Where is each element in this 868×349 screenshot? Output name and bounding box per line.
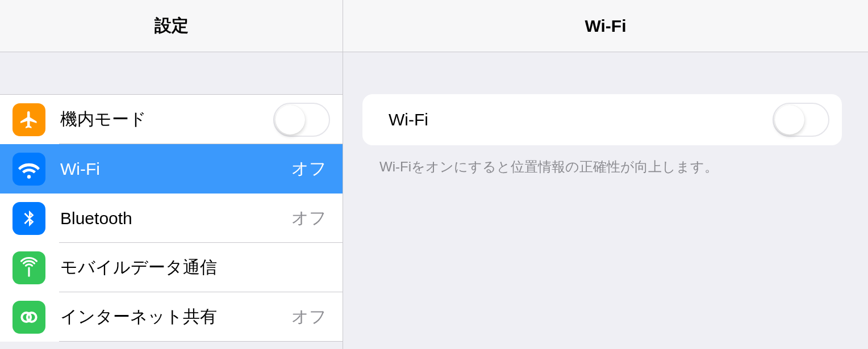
wifi-toggle-label: Wi-Fi: [389, 110, 773, 129]
settings-sidebar: 設定 機内モード Wi-Fi オフ: [0, 0, 343, 349]
row-value: オフ: [291, 157, 327, 180]
settings-app: 設定 機内モード Wi-Fi オフ: [0, 0, 868, 349]
row-label: インターネット共有: [60, 305, 291, 329]
cellular-icon: [12, 251, 45, 284]
sidebar-item-cellular[interactable]: モバイルデータ通信: [0, 243, 343, 292]
row-value: オフ: [291, 207, 327, 230]
wifi-toggle[interactable]: [773, 103, 829, 137]
bluetooth-icon: [12, 202, 45, 235]
row-value: オフ: [291, 305, 327, 329]
sidebar-item-bluetooth[interactable]: Bluetooth オフ: [0, 194, 343, 243]
row-label: Bluetooth: [60, 209, 291, 228]
sidebar-item-hotspot[interactable]: インターネット共有 オフ: [0, 292, 343, 342]
detail-title: Wi-Fi: [585, 16, 626, 36]
airplane-icon: [12, 103, 45, 136]
sidebar-title: 設定: [155, 14, 189, 37]
sidebar-item-airplane-mode[interactable]: 機内モード: [0, 95, 343, 144]
row-label: Wi-Fi: [60, 159, 291, 179]
detail-header: Wi-Fi: [343, 0, 868, 52]
row-label: 機内モード: [60, 108, 273, 131]
detail-body: Wi-Fi Wi-Fiをオンにすると位置情報の正確性が向上します。: [343, 52, 868, 176]
airplane-mode-toggle[interactable]: [273, 103, 330, 137]
hotspot-icon: [12, 301, 45, 334]
detail-pane: Wi-Fi Wi-Fi Wi-Fiをオンにすると位置情報の正確性が向上します。: [343, 0, 868, 349]
wifi-toggle-row[interactable]: Wi-Fi: [362, 94, 842, 145]
wifi-footer-text: Wi-Fiをオンにすると位置情報の正確性が向上します。: [379, 158, 842, 176]
sidebar-header: 設定: [0, 0, 343, 52]
row-label: モバイルデータ通信: [60, 256, 330, 279]
settings-list: 機内モード Wi-Fi オフ Bluetooth オフ: [0, 94, 343, 342]
sidebar-item-wifi[interactable]: Wi-Fi オフ: [0, 144, 343, 194]
toggle-knob: [775, 105, 804, 134]
toggle-knob: [276, 105, 305, 134]
wifi-icon: [12, 153, 45, 186]
sidebar-spacer: [0, 52, 343, 94]
